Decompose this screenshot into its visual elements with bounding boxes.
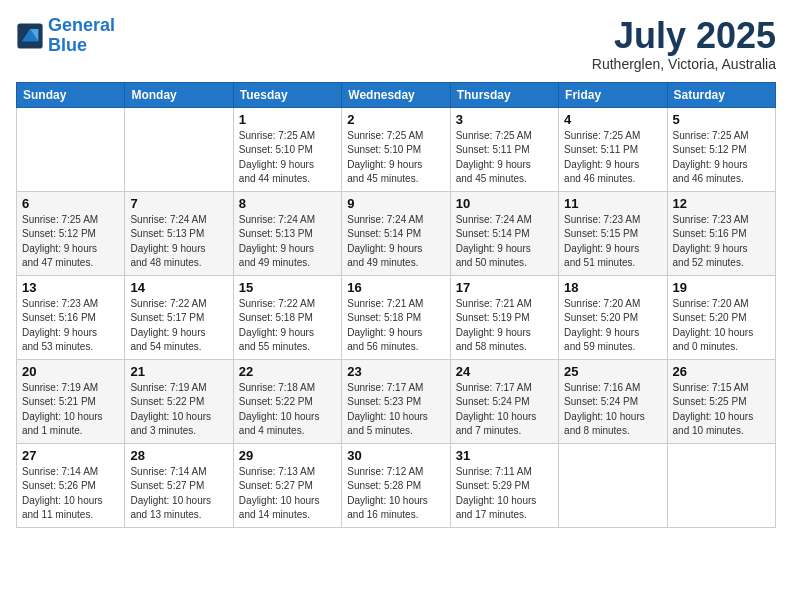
- calendar-cell: 11Sunrise: 7:23 AM Sunset: 5:15 PM Dayli…: [559, 191, 667, 275]
- calendar-cell: 5Sunrise: 7:25 AM Sunset: 5:12 PM Daylig…: [667, 107, 775, 191]
- day-info: Sunrise: 7:24 AM Sunset: 5:14 PM Dayligh…: [456, 213, 553, 271]
- day-info: Sunrise: 7:13 AM Sunset: 5:27 PM Dayligh…: [239, 465, 336, 523]
- day-info: Sunrise: 7:19 AM Sunset: 5:22 PM Dayligh…: [130, 381, 227, 439]
- calendar-cell: 9Sunrise: 7:24 AM Sunset: 5:14 PM Daylig…: [342, 191, 450, 275]
- day-info: Sunrise: 7:12 AM Sunset: 5:28 PM Dayligh…: [347, 465, 444, 523]
- day-info: Sunrise: 7:24 AM Sunset: 5:13 PM Dayligh…: [239, 213, 336, 271]
- day-info: Sunrise: 7:23 AM Sunset: 5:15 PM Dayligh…: [564, 213, 661, 271]
- calendar-cell: 24Sunrise: 7:17 AM Sunset: 5:24 PM Dayli…: [450, 359, 558, 443]
- title-block: July 2025 Rutherglen, Victoria, Australi…: [592, 16, 776, 72]
- logo: General Blue: [16, 16, 115, 56]
- calendar-body: 1Sunrise: 7:25 AM Sunset: 5:10 PM Daylig…: [17, 107, 776, 527]
- calendar-cell: [125, 107, 233, 191]
- calendar-week-row: 1Sunrise: 7:25 AM Sunset: 5:10 PM Daylig…: [17, 107, 776, 191]
- day-number: 17: [456, 280, 553, 295]
- day-info: Sunrise: 7:25 AM Sunset: 5:12 PM Dayligh…: [673, 129, 770, 187]
- calendar-week-row: 6Sunrise: 7:25 AM Sunset: 5:12 PM Daylig…: [17, 191, 776, 275]
- day-number: 24: [456, 364, 553, 379]
- calendar-cell: 3Sunrise: 7:25 AM Sunset: 5:11 PM Daylig…: [450, 107, 558, 191]
- weekday-header-saturday: Saturday: [667, 82, 775, 107]
- day-number: 27: [22, 448, 119, 463]
- day-number: 11: [564, 196, 661, 211]
- calendar-cell: 1Sunrise: 7:25 AM Sunset: 5:10 PM Daylig…: [233, 107, 341, 191]
- day-number: 7: [130, 196, 227, 211]
- location-subtitle: Rutherglen, Victoria, Australia: [592, 56, 776, 72]
- calendar-cell: 7Sunrise: 7:24 AM Sunset: 5:13 PM Daylig…: [125, 191, 233, 275]
- day-number: 29: [239, 448, 336, 463]
- calendar-cell: 19Sunrise: 7:20 AM Sunset: 5:20 PM Dayli…: [667, 275, 775, 359]
- day-info: Sunrise: 7:24 AM Sunset: 5:14 PM Dayligh…: [347, 213, 444, 271]
- day-number: 5: [673, 112, 770, 127]
- calendar-week-row: 13Sunrise: 7:23 AM Sunset: 5:16 PM Dayli…: [17, 275, 776, 359]
- logo-line2: Blue: [48, 35, 87, 55]
- day-number: 18: [564, 280, 661, 295]
- day-number: 2: [347, 112, 444, 127]
- calendar-cell: 4Sunrise: 7:25 AM Sunset: 5:11 PM Daylig…: [559, 107, 667, 191]
- day-info: Sunrise: 7:19 AM Sunset: 5:21 PM Dayligh…: [22, 381, 119, 439]
- day-info: Sunrise: 7:25 AM Sunset: 5:10 PM Dayligh…: [239, 129, 336, 187]
- day-info: Sunrise: 7:23 AM Sunset: 5:16 PM Dayligh…: [22, 297, 119, 355]
- calendar-table: SundayMondayTuesdayWednesdayThursdayFrid…: [16, 82, 776, 528]
- day-number: 9: [347, 196, 444, 211]
- day-number: 20: [22, 364, 119, 379]
- day-number: 16: [347, 280, 444, 295]
- calendar-cell: 23Sunrise: 7:17 AM Sunset: 5:23 PM Dayli…: [342, 359, 450, 443]
- calendar-week-row: 27Sunrise: 7:14 AM Sunset: 5:26 PM Dayli…: [17, 443, 776, 527]
- day-number: 21: [130, 364, 227, 379]
- calendar-cell: 17Sunrise: 7:21 AM Sunset: 5:19 PM Dayli…: [450, 275, 558, 359]
- day-info: Sunrise: 7:15 AM Sunset: 5:25 PM Dayligh…: [673, 381, 770, 439]
- calendar-cell: 2Sunrise: 7:25 AM Sunset: 5:10 PM Daylig…: [342, 107, 450, 191]
- calendar-cell: 14Sunrise: 7:22 AM Sunset: 5:17 PM Dayli…: [125, 275, 233, 359]
- calendar-cell: 12Sunrise: 7:23 AM Sunset: 5:16 PM Dayli…: [667, 191, 775, 275]
- day-number: 6: [22, 196, 119, 211]
- logo-text: General Blue: [48, 16, 115, 56]
- calendar-cell: 15Sunrise: 7:22 AM Sunset: 5:18 PM Dayli…: [233, 275, 341, 359]
- weekday-header-sunday: Sunday: [17, 82, 125, 107]
- calendar-cell: 10Sunrise: 7:24 AM Sunset: 5:14 PM Dayli…: [450, 191, 558, 275]
- calendar-cell: [17, 107, 125, 191]
- calendar-cell: 18Sunrise: 7:20 AM Sunset: 5:20 PM Dayli…: [559, 275, 667, 359]
- day-info: Sunrise: 7:14 AM Sunset: 5:27 PM Dayligh…: [130, 465, 227, 523]
- calendar-cell: 22Sunrise: 7:18 AM Sunset: 5:22 PM Dayli…: [233, 359, 341, 443]
- day-number: 14: [130, 280, 227, 295]
- calendar-cell: [559, 443, 667, 527]
- day-info: Sunrise: 7:20 AM Sunset: 5:20 PM Dayligh…: [564, 297, 661, 355]
- calendar-header-row: SundayMondayTuesdayWednesdayThursdayFrid…: [17, 82, 776, 107]
- calendar-week-row: 20Sunrise: 7:19 AM Sunset: 5:21 PM Dayli…: [17, 359, 776, 443]
- day-info: Sunrise: 7:24 AM Sunset: 5:13 PM Dayligh…: [130, 213, 227, 271]
- day-info: Sunrise: 7:11 AM Sunset: 5:29 PM Dayligh…: [456, 465, 553, 523]
- day-number: 3: [456, 112, 553, 127]
- calendar-cell: 8Sunrise: 7:24 AM Sunset: 5:13 PM Daylig…: [233, 191, 341, 275]
- logo-icon: [16, 22, 44, 50]
- day-number: 25: [564, 364, 661, 379]
- day-number: 1: [239, 112, 336, 127]
- day-number: 12: [673, 196, 770, 211]
- calendar-cell: [667, 443, 775, 527]
- calendar-cell: 29Sunrise: 7:13 AM Sunset: 5:27 PM Dayli…: [233, 443, 341, 527]
- calendar-cell: 25Sunrise: 7:16 AM Sunset: 5:24 PM Dayli…: [559, 359, 667, 443]
- logo-line1: General: [48, 15, 115, 35]
- calendar-cell: 31Sunrise: 7:11 AM Sunset: 5:29 PM Dayli…: [450, 443, 558, 527]
- day-number: 10: [456, 196, 553, 211]
- day-info: Sunrise: 7:14 AM Sunset: 5:26 PM Dayligh…: [22, 465, 119, 523]
- day-number: 30: [347, 448, 444, 463]
- calendar-cell: 21Sunrise: 7:19 AM Sunset: 5:22 PM Dayli…: [125, 359, 233, 443]
- day-number: 15: [239, 280, 336, 295]
- day-number: 28: [130, 448, 227, 463]
- day-number: 23: [347, 364, 444, 379]
- calendar-cell: 28Sunrise: 7:14 AM Sunset: 5:27 PM Dayli…: [125, 443, 233, 527]
- day-number: 22: [239, 364, 336, 379]
- day-info: Sunrise: 7:25 AM Sunset: 5:11 PM Dayligh…: [564, 129, 661, 187]
- calendar-cell: 30Sunrise: 7:12 AM Sunset: 5:28 PM Dayli…: [342, 443, 450, 527]
- weekday-header-tuesday: Tuesday: [233, 82, 341, 107]
- day-number: 8: [239, 196, 336, 211]
- calendar-cell: 20Sunrise: 7:19 AM Sunset: 5:21 PM Dayli…: [17, 359, 125, 443]
- day-info: Sunrise: 7:17 AM Sunset: 5:23 PM Dayligh…: [347, 381, 444, 439]
- day-info: Sunrise: 7:18 AM Sunset: 5:22 PM Dayligh…: [239, 381, 336, 439]
- day-info: Sunrise: 7:22 AM Sunset: 5:17 PM Dayligh…: [130, 297, 227, 355]
- calendar-cell: 16Sunrise: 7:21 AM Sunset: 5:18 PM Dayli…: [342, 275, 450, 359]
- day-number: 13: [22, 280, 119, 295]
- day-number: 31: [456, 448, 553, 463]
- page-header: General Blue July 2025 Rutherglen, Victo…: [16, 16, 776, 72]
- day-info: Sunrise: 7:25 AM Sunset: 5:12 PM Dayligh…: [22, 213, 119, 271]
